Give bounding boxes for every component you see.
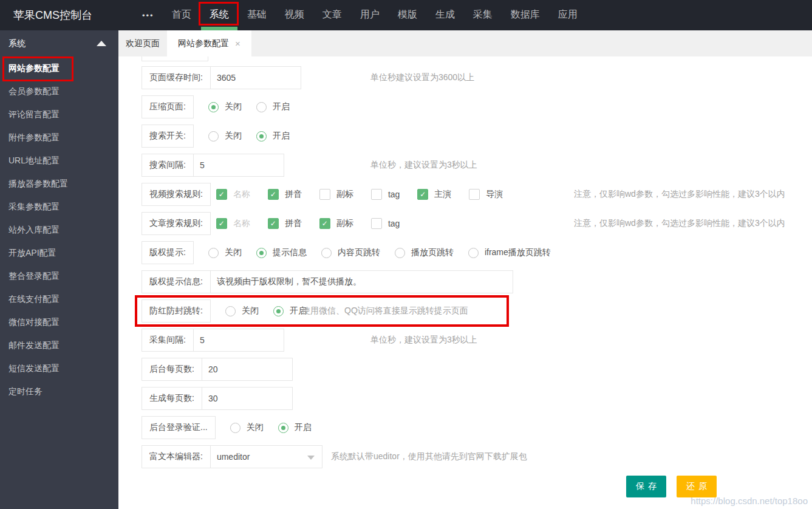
tab-bar: 欢迎页面 网站参数配置 × xyxy=(118,30,812,56)
article-rule-subtitle-checkbox[interactable]: ✓ 副标 xyxy=(319,218,353,229)
form-actions: 保存 还原 xyxy=(626,476,717,497)
nav-item-collect[interactable]: 采集 xyxy=(464,0,502,30)
check-icon: ✓ xyxy=(322,219,328,228)
sidebar-item-open-api[interactable]: 开放API配置 xyxy=(0,241,118,264)
nav-item-database[interactable]: 数据库 xyxy=(502,0,549,30)
restore-button[interactable]: 还原 xyxy=(677,476,717,497)
checkbox-icon xyxy=(371,218,382,229)
video-rule-actor-checkbox[interactable]: ✓ 主演 xyxy=(417,189,451,200)
search-interval-input[interactable]: 5 xyxy=(193,154,284,177)
video-rule-director-checkbox[interactable]: 导演 xyxy=(469,189,503,200)
search-on-radio[interactable]: 开启 xyxy=(256,131,290,142)
sidebar-item-player-params[interactable]: 播放器参数配置 xyxy=(0,172,118,195)
row-admin-login-verify: 后台登录验证... 关闭 开启 xyxy=(142,416,812,439)
tab-welcome[interactable]: 欢迎页面 xyxy=(118,30,167,56)
sidebar-item-member-params[interactable]: 会员参数配置 xyxy=(0,80,118,103)
radio-icon xyxy=(208,131,219,142)
checkbox-icon: ✓ xyxy=(268,218,279,229)
article-rule-name-checkbox[interactable]: ✓ 名称 xyxy=(216,218,250,229)
login-verify-off-radio[interactable]: 关闭 xyxy=(230,422,264,433)
sidebar-item-cron-task[interactable]: 定时任务 xyxy=(0,380,118,403)
compress-radio-group: 关闭 开启 xyxy=(208,101,304,112)
nav-item-video[interactable]: 视频 xyxy=(276,0,313,30)
search-off-radio[interactable]: 关闭 xyxy=(208,131,242,142)
check-icon: ✓ xyxy=(219,219,225,228)
copyright-play-jump-radio[interactable]: 播放页跳转 xyxy=(395,247,454,258)
nav-item-app[interactable]: 应用 xyxy=(549,0,587,30)
video-rule-subtitle-checkbox[interactable]: 副标 xyxy=(319,189,353,200)
sidebar-item-url-config[interactable]: URL地址配置 xyxy=(0,149,118,172)
check-icon: ✓ xyxy=(420,190,426,199)
copyright-label: 版权提示: xyxy=(142,241,194,264)
article-rule-tag-checkbox[interactable]: tag xyxy=(371,218,400,229)
sidebar-item-comment-config[interactable]: 评论留言配置 xyxy=(0,103,118,126)
close-icon[interactable]: × xyxy=(235,30,241,56)
video-rule-name-checkbox[interactable]: ✓ 名称 xyxy=(216,189,250,200)
login-verify-on-radio[interactable]: 开启 xyxy=(278,422,312,433)
video-rule-pinyin-checkbox[interactable]: ✓ 拼音 xyxy=(268,189,302,200)
top-nav: 首页 系统 基础 视频 文章 用户 模版 生成 采集 数据库 应用 xyxy=(163,0,587,30)
row-make-page-size: 生成每页数: 30 xyxy=(142,387,812,410)
radio-icon xyxy=(256,131,267,142)
compress-on-radio[interactable]: 开启 xyxy=(256,101,290,112)
compress-off-radio[interactable]: 关闭 xyxy=(208,101,242,112)
tab-site-params[interactable]: 网站参数配置 × xyxy=(167,30,251,56)
copyright-off-radio[interactable]: 关闭 xyxy=(208,247,242,258)
video-search-rule-label: 视频搜索规则: xyxy=(142,183,211,206)
article-rule-pinyin-checkbox[interactable]: ✓ 拼音 xyxy=(268,218,302,229)
rich-editor-selected-value: umeditor xyxy=(217,452,250,462)
nav-item-article[interactable]: 文章 xyxy=(313,0,351,30)
sidebar-item-integrated-login[interactable]: 整合登录配置 xyxy=(0,264,118,287)
row-collect-interval: 采集间隔: 5 单位秒，建议设置为3秒以上 xyxy=(142,329,812,352)
compress-page-label: 压缩页面: xyxy=(142,95,194,118)
copyright-msg-input[interactable]: 该视频由于版权限制，暂不提供播放。 xyxy=(210,270,513,293)
cache-time-input[interactable]: 3605 xyxy=(210,66,301,89)
admin-page-size-input[interactable]: 20 xyxy=(202,358,293,381)
collect-interval-label: 采集间隔: xyxy=(142,329,194,352)
checkbox-icon: ✓ xyxy=(417,189,428,200)
save-button[interactable]: 保存 xyxy=(626,476,666,497)
row-search-interval: 搜索间隔: 5 单位秒，建议设置为3秒以上 xyxy=(142,154,812,177)
article-search-checkbox-group: ✓ 名称 ✓ 拼音 ✓ 副标 tag xyxy=(216,218,417,229)
app-title: 苹果CMS控制台 xyxy=(0,8,115,22)
anti-block-label: 防红防封跳转: xyxy=(142,299,211,323)
sidebar-group-system[interactable]: 系统 xyxy=(0,30,118,56)
nav-item-generate[interactable]: 生成 xyxy=(426,0,464,30)
sidebar-item-email-send[interactable]: 邮件发送配置 xyxy=(0,333,118,357)
collect-interval-input[interactable]: 5 xyxy=(193,329,284,352)
clipped-row-remnant xyxy=(142,56,208,61)
nav-item-basic[interactable]: 基础 xyxy=(238,0,276,30)
row-article-search-rule: 文章搜索规则: ✓ 名称 ✓ 拼音 ✓ 副标 tag xyxy=(142,212,812,235)
video-search-rule-hint: 注意，仅影响wd参数，勾选过多影响性能，建议3个以内 xyxy=(574,189,785,200)
sidebar-item-wechat-connect[interactable]: 微信对接配置 xyxy=(0,310,118,333)
sidebar-item-online-payment[interactable]: 在线支付配置 xyxy=(0,287,118,310)
make-page-size-input[interactable]: 30 xyxy=(202,387,293,410)
sidebar-group-label: 系统 xyxy=(9,38,26,49)
copyright-message-radio[interactable]: 提示信息 xyxy=(256,247,307,258)
nav-item-system[interactable]: 系统 xyxy=(200,0,238,30)
sidebar-item-attachment-params[interactable]: 附件参数配置 xyxy=(0,126,118,149)
nav-item-home[interactable]: 首页 xyxy=(163,0,200,30)
check-icon: ✓ xyxy=(270,219,276,228)
sidebar-item-site-params[interactable]: 网站参数配置 xyxy=(0,56,118,80)
nav-item-template[interactable]: 模版 xyxy=(389,0,426,30)
sidebar-item-collect-params[interactable]: 采集参数配置 xyxy=(0,195,118,218)
sidebar-item-sms-send[interactable]: 短信发送配置 xyxy=(0,357,118,380)
more-menu-icon[interactable]: ••• xyxy=(142,11,154,20)
anti-block-off-radio[interactable]: 关闭 xyxy=(225,306,259,316)
check-icon: ✓ xyxy=(219,190,225,199)
main-area: 欢迎页面 网站参数配置 × 页面缓存时间: 3605 单位秒建议设置为3600以… xyxy=(118,30,812,509)
article-search-rule-label: 文章搜索规则: xyxy=(142,212,211,235)
checkbox-icon: ✓ xyxy=(268,189,279,200)
checkbox-icon: ✓ xyxy=(319,218,330,229)
row-video-search-rule: 视频搜索规则: ✓ 名称 ✓ 拼音 副标 tag xyxy=(142,183,812,206)
admin-page-size-label: 后台每页数: xyxy=(142,358,202,381)
rich-editor-select[interactable]: umeditor xyxy=(210,445,322,468)
row-cache-time: 页面缓存时间: 3605 单位秒建议设置为3600以上 xyxy=(142,66,812,89)
sidebar-item-external-storage[interactable]: 站外入库配置 xyxy=(0,218,118,241)
video-rule-tag-checkbox[interactable]: tag xyxy=(371,189,400,200)
copyright-iframe-jump-radio[interactable]: iframe播放页跳转 xyxy=(468,247,551,258)
nav-item-user[interactable]: 用户 xyxy=(351,0,389,30)
row-admin-page-size: 后台每页数: 20 xyxy=(142,358,812,381)
copyright-content-jump-radio[interactable]: 内容页跳转 xyxy=(321,247,380,258)
